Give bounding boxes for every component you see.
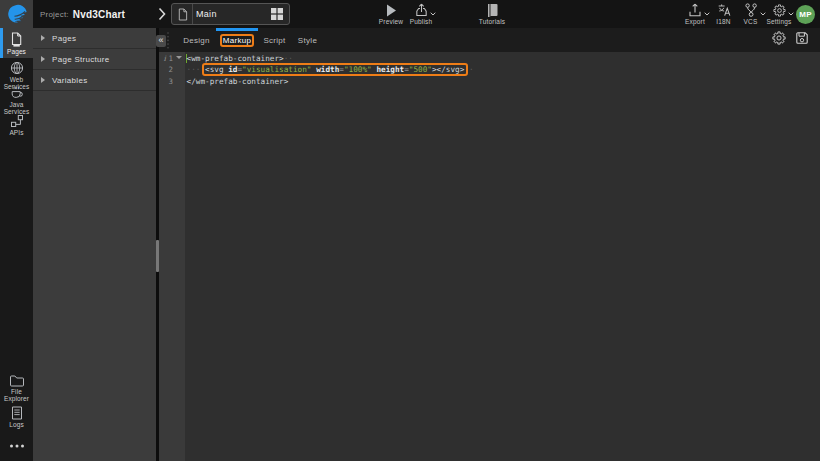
active-tab-indicator xyxy=(216,28,258,31)
vcs-button[interactable]: VCS xyxy=(738,0,763,28)
publish-label: Publish xyxy=(410,18,433,25)
code-text: <wm-prefab-container>·· xyxy=(187,53,293,65)
wavemaker-logo[interactable] xyxy=(0,0,33,28)
left-rail: Pages Web Services Java Services xyxy=(0,28,33,461)
project-label: Project: xyxy=(40,10,69,19)
caret-right-icon xyxy=(41,77,45,83)
export-button[interactable]: Export xyxy=(681,0,709,28)
line-number: 1 xyxy=(159,53,173,65)
grid-icon[interactable] xyxy=(270,7,284,21)
publish-button[interactable]: Publish xyxy=(406,0,436,28)
panel-section-label: Page Structure xyxy=(52,55,110,64)
project-breadcrumb: Project: Nvd3Chart xyxy=(40,0,125,28)
rail-label: Logs xyxy=(9,421,24,428)
editor-area: « Design Markup Script Style xyxy=(159,28,820,461)
tutorials-label: Tutorials xyxy=(479,18,505,25)
i18n-button[interactable]: I18N xyxy=(710,0,737,28)
ellipsis-icon xyxy=(9,444,25,448)
rail-item-more[interactable] xyxy=(0,444,33,452)
preview-label: Preview xyxy=(379,18,404,25)
settings-button[interactable]: Settings xyxy=(764,0,794,28)
coffee-icon xyxy=(9,86,24,100)
rail-item-web-services[interactable]: Web Services xyxy=(0,61,33,88)
code-editor[interactable]: i1<wm-prefab-container>··2····<svg id="v… xyxy=(159,52,820,461)
globe-icon xyxy=(10,61,24,75)
project-name: Nvd3Chart xyxy=(73,9,125,20)
book-icon xyxy=(486,0,499,17)
main-tab-label: Main xyxy=(196,9,270,19)
fold-caret-icon[interactable] xyxy=(176,56,182,59)
panel-section-page-structure[interactable]: Page Structure xyxy=(33,49,156,70)
pages-icon xyxy=(10,32,23,47)
log-icon xyxy=(11,406,23,420)
markup-settings-button[interactable] xyxy=(772,31,786,45)
code-line2-annotation xyxy=(202,63,468,76)
preview-button[interactable]: Preview xyxy=(377,0,405,28)
panel-section-label: Variables xyxy=(52,76,87,85)
settings-label: Settings xyxy=(766,18,791,25)
rail-item-pages[interactable]: Pages xyxy=(0,28,33,58)
caret-right-icon xyxy=(41,56,45,62)
breadcrumb-chevron-icon xyxy=(158,7,166,21)
user-avatar[interactable]: MP xyxy=(796,5,815,24)
rail-item-java-services[interactable]: Java Services xyxy=(0,86,33,114)
tabbar-grip xyxy=(167,32,169,49)
main-page-tab[interactable]: Main xyxy=(171,3,290,25)
panel-section-label: Pages xyxy=(52,34,76,43)
chevron-down-icon xyxy=(430,12,436,16)
rail-label: Web xyxy=(10,76,24,83)
rail-label-2: Explorer xyxy=(4,395,29,402)
save-button[interactable] xyxy=(795,31,809,45)
editor-tabbar: « Design Markup Script Style xyxy=(159,28,820,52)
panel-section-variables[interactable]: Variables xyxy=(33,70,156,91)
i18n-label: I18N xyxy=(716,18,731,25)
panel-section-pages[interactable]: Pages xyxy=(33,28,156,49)
code-text: </wm-prefab-container> xyxy=(187,76,289,88)
tutorials-button[interactable]: Tutorials xyxy=(475,0,509,28)
tab-script[interactable]: Script xyxy=(259,28,290,52)
rail-item-apis[interactable]: APIs xyxy=(0,114,33,138)
rail-label: Java xyxy=(9,101,23,108)
chevron-down-icon xyxy=(788,12,794,16)
line-number: 2 xyxy=(159,64,173,76)
rail-item-file-explorer[interactable]: File Explorer xyxy=(0,374,33,402)
export-icon xyxy=(688,0,702,17)
rail-item-logs[interactable]: Logs xyxy=(0,406,33,430)
rail-label: File xyxy=(11,388,22,395)
editor-gutter xyxy=(159,52,185,461)
vcs-label: VCS xyxy=(744,18,758,25)
page-icon xyxy=(172,4,193,24)
play-icon xyxy=(385,0,397,17)
export-label: Export xyxy=(685,18,705,25)
collapse-panel-button[interactable]: « xyxy=(156,35,166,47)
line-number: 3 xyxy=(159,76,173,88)
pages-panel: Pages Page Structure Variables xyxy=(33,28,156,461)
translate-icon xyxy=(717,0,731,17)
code-line-1[interactable]: i1<wm-prefab-container>·· xyxy=(159,53,820,65)
gear-icon xyxy=(773,0,786,17)
folder-icon xyxy=(9,374,24,387)
api-icon xyxy=(10,114,24,128)
rail-label: Pages xyxy=(7,48,26,55)
markup-tab-annotation xyxy=(220,34,254,48)
wavemaker-logo-icon xyxy=(7,4,27,24)
rail-label: APIs xyxy=(9,129,23,136)
branch-icon xyxy=(744,0,758,17)
publish-icon xyxy=(414,0,429,17)
tab-design[interactable]: Design xyxy=(179,28,214,52)
caret-right-icon xyxy=(41,35,45,41)
tab-style[interactable]: Style xyxy=(293,28,322,52)
code-line-3[interactable]: 3</wm-prefab-container> xyxy=(159,76,820,88)
topbar: Project: Nvd3Chart Main Preview xyxy=(0,0,820,28)
